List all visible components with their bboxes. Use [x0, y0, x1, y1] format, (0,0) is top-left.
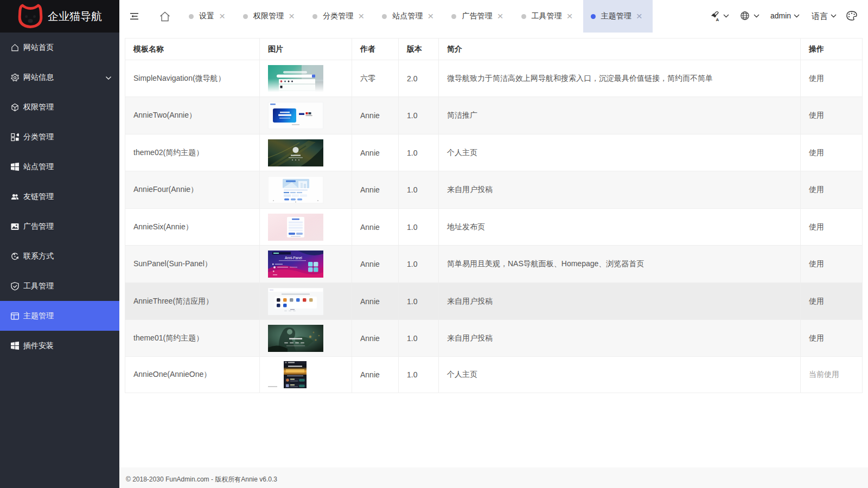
svg-text:Anni-Panel: Anni-Panel [285, 256, 302, 260]
svg-text:A: A [716, 17, 719, 21]
